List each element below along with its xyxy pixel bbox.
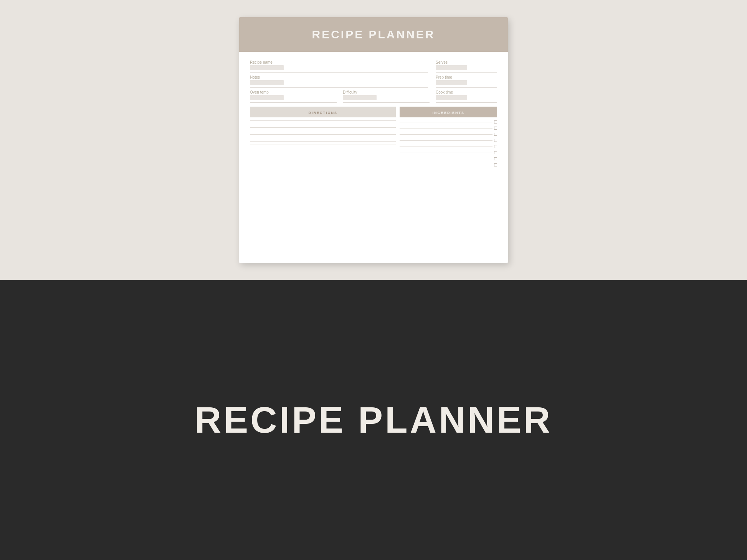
notes-label: Notes <box>250 75 428 79</box>
ingredient-checkbox[interactable] <box>494 163 497 166</box>
ingredient-line <box>400 165 492 165</box>
oven-box <box>250 95 284 100</box>
cooktime-label: Cook time <box>436 90 497 94</box>
direction-line <box>250 145 396 145</box>
difficulty-label: Difficulty <box>343 90 430 94</box>
recipe-name-underline <box>250 72 428 73</box>
cooktime-underline <box>436 102 497 103</box>
notes-box <box>250 80 284 85</box>
ingredient-checkbox[interactable] <box>494 133 497 136</box>
card-header: RECIPE PLANNER <box>239 17 508 52</box>
ingredient-row <box>400 120 497 124</box>
ingredient-line <box>400 128 492 128</box>
oven-underline <box>250 102 337 103</box>
directions-header: DIRECTIONS <box>250 107 396 117</box>
prep-box <box>436 80 467 85</box>
ingredient-row <box>400 139 497 142</box>
ingredient-checkbox[interactable] <box>494 157 497 160</box>
notes-group: Notes <box>250 75 428 88</box>
directions-header-text: DIRECTIONS <box>308 111 337 115</box>
ingredient-row <box>400 157 497 160</box>
directions-lines <box>250 120 396 257</box>
card-body: Recipe name Serves Notes Pre <box>239 52 508 263</box>
ingredient-line <box>400 122 492 122</box>
ingredient-line <box>400 159 492 159</box>
recipe-name-label: Recipe name <box>250 60 428 64</box>
direction-line <box>250 131 396 131</box>
ingredient-row <box>400 163 497 166</box>
direction-line <box>250 127 396 128</box>
direction-line <box>250 120 396 121</box>
prep-label: Prep time <box>436 75 497 79</box>
recipe-name-box <box>250 65 284 70</box>
row-oven: Oven temp Difficulty Cook time <box>250 90 497 103</box>
direction-line <box>250 141 396 142</box>
cooktime-group: Cook time <box>436 90 497 103</box>
direction-line <box>250 138 396 138</box>
oven-group: Oven temp <box>250 90 337 103</box>
serves-underline <box>436 72 497 73</box>
oven-label: Oven temp <box>250 90 337 94</box>
card-header-title: RECIPE PLANNER <box>312 28 435 41</box>
ingredient-line <box>400 134 492 135</box>
difficulty-underline <box>343 102 430 103</box>
ingredients-lines <box>400 120 497 257</box>
notes-underline <box>250 87 428 88</box>
difficulty-box <box>343 95 377 100</box>
ingredients-header: INGREDIENTS <box>400 107 497 117</box>
direction-line <box>250 124 396 124</box>
bottom-title: RECIPE PLANNER <box>195 399 552 441</box>
difficulty-group: Difficulty <box>343 90 430 103</box>
row-notes: Notes Prep time <box>250 75 497 88</box>
serves-group: Serves <box>436 60 497 73</box>
serves-label: Serves <box>436 60 497 64</box>
ingredient-row <box>400 151 497 154</box>
ingredient-row <box>400 127 497 130</box>
direction-line <box>250 134 396 135</box>
recipe-card: RECIPE PLANNER Recipe name Serves <box>239 17 508 263</box>
ingredient-row <box>400 145 497 148</box>
serves-box <box>436 65 467 70</box>
ingredient-checkbox[interactable] <box>494 151 497 154</box>
ingredients-header-text: INGREDIENTS <box>432 111 464 115</box>
row-recipe-name: Recipe name Serves <box>250 60 497 73</box>
ingredient-checkbox[interactable] <box>494 145 497 148</box>
ingredient-row <box>400 133 497 136</box>
directions-col: DIRECTIONS <box>250 107 396 257</box>
ingredient-line <box>400 140 492 141</box>
prep-time-group: Prep time <box>436 75 497 88</box>
prep-underline <box>436 87 497 88</box>
ingredients-col: INGREDIENTS <box>400 107 497 257</box>
cooktime-box <box>436 95 467 100</box>
ingredient-line <box>400 147 492 147</box>
ingredient-checkbox[interactable] <box>494 120 497 124</box>
ingredient-line <box>400 153 492 153</box>
bottom-section: RECIPE PLANNER <box>0 280 747 560</box>
directions-ingredients-row: DIRECTIONS INGREDIENT <box>250 107 497 257</box>
ingredient-checkbox[interactable] <box>494 139 497 142</box>
top-section: RECIPE PLANNER Recipe name Serves <box>0 0 747 280</box>
ingredient-checkbox[interactable] <box>494 127 497 130</box>
recipe-name-group: Recipe name <box>250 60 428 73</box>
